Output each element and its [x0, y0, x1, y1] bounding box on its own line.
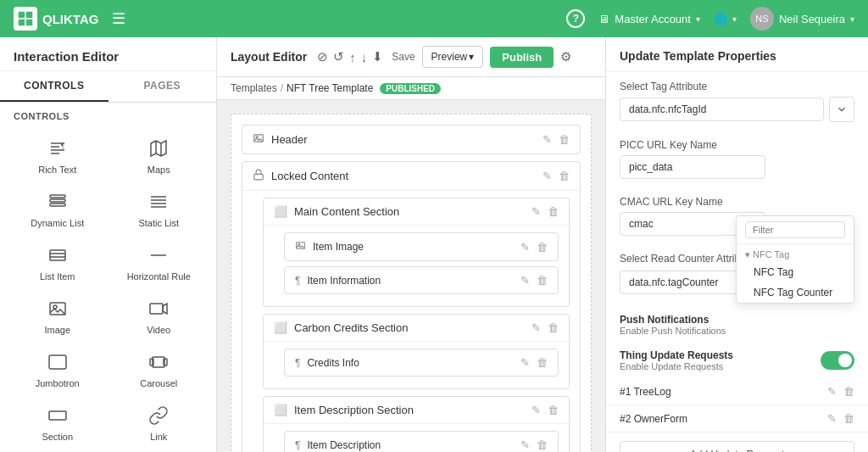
preview-button[interactable]: Preview ▾	[422, 46, 484, 68]
control-list-item[interactable]: List Item	[7, 237, 108, 290]
treelog-delete-button[interactable]: 🗑	[843, 385, 854, 398]
control-horizontal-rule[interactable]: Horizontal Rule	[108, 237, 210, 290]
carbon-credits-row: ⬜ Carbon Credits Section ✎ 🗑	[264, 315, 569, 342]
svg-rect-27	[150, 359, 153, 366]
item-desc-section-edit-button[interactable]: ✎	[531, 404, 541, 416]
picc-input[interactable]	[620, 155, 765, 179]
dropdown-filter-input[interactable]	[745, 221, 845, 238]
settings-button[interactable]: ⚙	[560, 49, 571, 64]
help-button[interactable]: ?	[566, 9, 585, 28]
thing-update-toggle[interactable]	[821, 351, 854, 370]
item-info-edit-button[interactable]: ✎	[520, 274, 530, 287]
svg-rect-1	[26, 12, 33, 19]
right-panel-title: Update Template Properties	[606, 37, 868, 72]
user-account-menu[interactable]: NS Neil Sequeira ▾	[750, 7, 854, 31]
control-link[interactable]: Link	[108, 397, 210, 450]
logo: QLIKTAG	[14, 7, 98, 31]
control-carousel[interactable]: Carousel	[108, 343, 210, 397]
account-chevron-icon: ▾	[696, 14, 700, 24]
section-header-row: Header ✎ 🗑	[242, 126, 580, 153]
topnav: QLIKTAG ☰ ? 🖥 Master Account ▾ 🌐 ▾ NS Ne…	[0, 0, 868, 37]
item-image-edit-button[interactable]: ✎	[520, 241, 530, 254]
publish-button[interactable]: Publish	[490, 47, 554, 68]
carousel-icon	[148, 352, 169, 375]
credits-info-row: ¶ Credits Info ✎ 🗑	[285, 349, 558, 376]
main-content-delete-button[interactable]: 🗑	[548, 205, 559, 218]
locked-edit-button[interactable]: ✎	[542, 170, 552, 182]
hamburger-button[interactable]: ☰	[112, 9, 125, 28]
layout-editor-tools: ⊘ ↺ ↑ ↓ ⬇	[317, 49, 383, 64]
control-video[interactable]: Video	[108, 290, 210, 343]
master-account-menu[interactable]: 🖥 Master Account ▾	[598, 13, 700, 25]
svg-rect-2	[19, 20, 25, 26]
ownerform-delete-button[interactable]: 🗑	[843, 412, 854, 425]
tag-attribute-input[interactable]	[620, 98, 824, 121]
svg-rect-28	[164, 359, 167, 366]
tag-attribute-group: Select Tag Attribute	[606, 72, 868, 131]
item-desc-delete-button[interactable]: 🗑	[537, 438, 548, 451]
dropdown-item-nfc-tag-counter[interactable]: NFC Tag Counter	[737, 282, 854, 303]
tag-attribute-label: Select Tag Attribute	[620, 81, 854, 92]
history-tool-button[interactable]: ↺	[333, 49, 344, 64]
item-image-delete-button[interactable]: 🗑	[537, 241, 548, 254]
logo-icon	[14, 7, 37, 31]
control-static-list[interactable]: Static List	[108, 183, 210, 237]
update-item-treelog-label: #1 TreeLog	[620, 386, 827, 398]
credits-info-delete-button[interactable]: 🗑	[537, 356, 548, 369]
control-jumbotron[interactable]: Jumbotron	[7, 343, 108, 397]
carbon-credits-delete-button[interactable]: 🗑	[548, 321, 559, 334]
item-desc-section-delete-button[interactable]: 🗑	[548, 404, 559, 416]
header-section-icon	[253, 132, 264, 147]
jumbotron-label: Jumbotron	[36, 378, 80, 388]
carbon-credits-body: ¶ Credits Info ✎ 🗑	[264, 342, 569, 388]
header-edit-button[interactable]: ✎	[542, 133, 552, 146]
svg-rect-25	[49, 355, 66, 369]
download-tool-button[interactable]: ↓	[361, 50, 368, 64]
locked-content-block: Locked Content ✎ 🗑 ⬜ Main Content Sectio…	[242, 161, 581, 452]
main-layout: Interaction Editor CONTROLS PAGES CONTRO…	[0, 37, 868, 452]
treelog-edit-button[interactable]: ✎	[827, 385, 837, 398]
main-content-icon: ⬜	[274, 205, 287, 218]
globe-chevron-icon: ▾	[732, 14, 737, 24]
item-info-delete-button[interactable]: 🗑	[537, 274, 548, 287]
globe-menu[interactable]: 🌐 ▾	[714, 13, 737, 25]
tab-controls[interactable]: CONTROLS	[0, 71, 108, 102]
ownerform-edit-button[interactable]: ✎	[827, 412, 837, 425]
upload-tool-button[interactable]: ↑	[349, 50, 356, 64]
control-image[interactable]: Image	[7, 290, 108, 343]
locked-content-body: ⬜ Main Content Section ✎ 🗑	[242, 191, 580, 452]
cancel-tool-button[interactable]: ⊘	[317, 49, 328, 64]
tag-attribute-button[interactable]	[829, 97, 854, 122]
account-icon: 🖥	[598, 13, 609, 25]
tab-pages[interactable]: PAGES	[108, 71, 217, 102]
item-desc-edit-button[interactable]: ✎	[520, 438, 530, 451]
svg-rect-26	[153, 357, 164, 367]
credits-info-edit-button[interactable]: ✎	[520, 356, 530, 369]
globe-icon: 🌐	[714, 13, 727, 25]
add-update-request-button[interactable]: Add Update Request	[620, 441, 854, 452]
control-rich-text[interactable]: ¶ Rich Text	[7, 130, 108, 183]
control-section[interactable]: Section	[7, 397, 108, 450]
horizontal-rule-icon	[148, 245, 169, 268]
main-content-section-block: ⬜ Main Content Section ✎ 🗑	[263, 198, 570, 307]
carbon-credits-block: ⬜ Carbon Credits Section ✎ 🗑	[263, 314, 570, 389]
main-content-edit-button[interactable]: ✎	[531, 205, 541, 218]
save-button[interactable]: Save	[392, 51, 415, 63]
update-item-ownerform-label: #2 OwnerForm	[620, 413, 827, 425]
carbon-credits-edit-button[interactable]: ✎	[531, 321, 541, 334]
item-description-row: ¶ Item Description ✎ 🗑	[285, 432, 558, 452]
locked-delete-button[interactable]: 🗑	[559, 170, 570, 182]
video-label: Video	[147, 325, 170, 335]
export-tool-button[interactable]: ⬇	[372, 49, 383, 64]
thing-update-section: Thing Update Requests Enable Update Requ…	[606, 343, 868, 452]
section-header-block: Header ✎ 🗑	[242, 125, 581, 154]
breadcrumb-templates-link[interactable]: Templates	[231, 82, 277, 94]
credits-info-title: Credits Info	[307, 357, 514, 369]
control-maps[interactable]: Maps	[108, 130, 210, 183]
item-information-icon: ¶	[295, 275, 300, 287]
control-dynamic-list[interactable]: Dynamic List	[7, 183, 108, 237]
header-delete-button[interactable]: 🗑	[559, 133, 570, 146]
main-content-row: ⬜ Main Content Section ✎ 🗑	[264, 198, 569, 226]
user-avatar: NS	[750, 7, 774, 31]
dropdown-item-nfc-tag[interactable]: NFC Tag	[737, 262, 854, 282]
